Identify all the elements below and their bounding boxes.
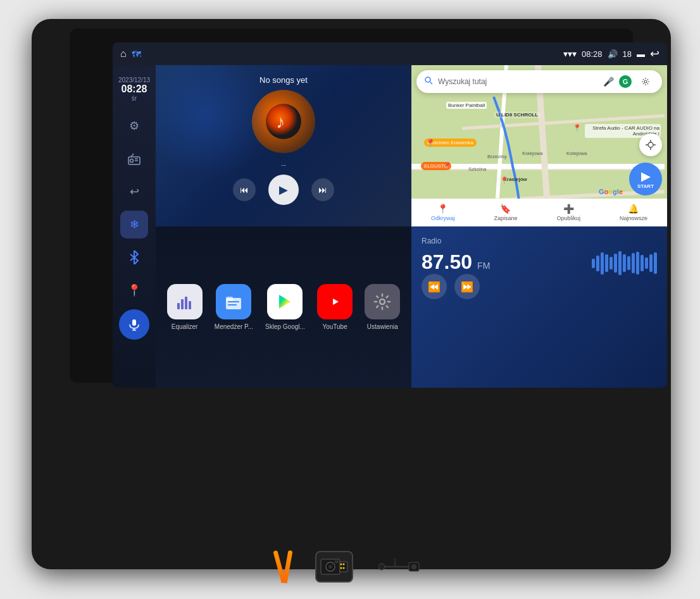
app-item-settings[interactable]: Ustawienia [365, 284, 400, 330]
home-icon[interactable]: ⌂ [120, 48, 127, 59]
svg-point-17 [425, 77, 430, 82]
zapisane-label: Zapisane [494, 215, 517, 221]
odkrywaj-icon: 📍 [437, 204, 448, 214]
svg-point-44 [343, 564, 345, 565]
svg-rect-5 [132, 319, 136, 326]
music-title: No songs yet [166, 75, 401, 85]
svg-rect-27 [185, 297, 187, 309]
svg-rect-30 [226, 298, 241, 309]
datetime-block: 2023/12/13 08:28 śr [116, 71, 153, 107]
equalizer-label: Equalizer [172, 323, 198, 330]
youtube-label: YouTube [322, 323, 347, 330]
radio-rewind-button[interactable]: ⏪ [422, 274, 447, 299]
sidebar-item-bluetooth[interactable] [120, 244, 148, 271]
next-button[interactable]: ⏭ [311, 178, 334, 201]
map-nav-odkrywaj[interactable]: 📍 Odkrywaj [431, 204, 455, 221]
opublikuj-icon: ➕ [563, 204, 574, 214]
date-display: 2023/12/13 [118, 77, 150, 83]
svg-point-40 [330, 566, 332, 568]
status-left: ⌂ 🗺 [120, 48, 141, 59]
map-start-label: START [637, 183, 654, 189]
map-pin-strefa: 📍 [573, 124, 582, 132]
wave-bar [618, 251, 622, 275]
cable-icon [378, 557, 423, 576]
wave-bar [592, 259, 595, 268]
wave-bar [627, 256, 630, 270]
map-nav-opublikuj[interactable]: ➕ Opublikuj [556, 204, 580, 221]
music-widget: No songs yet [156, 65, 411, 226]
sidebar-item-voice[interactable] [119, 309, 149, 340]
battery-icon: ▬ [637, 49, 645, 59]
wave-bar [636, 252, 639, 275]
odkrywaj-label: Odkrywaj [431, 215, 455, 221]
map-label-brzeziny: Brzeziny [487, 154, 507, 159]
car-frame: ⌂ 🗺 ▾▾▾ 08:28 🔊 18 ▬ ↩ 2023/12/13 08:28 [32, 19, 671, 569]
wifi-icon: ▾▾▾ [563, 49, 577, 59]
map-settings-button[interactable] [637, 73, 654, 90]
map-mic-icon[interactable]: 🎤 [603, 77, 614, 87]
app-item-youtube[interactable]: YouTube [317, 284, 353, 330]
svg-rect-31 [228, 301, 239, 302]
svg-marker-33 [279, 295, 291, 309]
svg-point-20 [648, 142, 653, 147]
map-location-button[interactable] [639, 133, 662, 156]
status-bar: ⌂ 🗺 ▾▾▾ 08:28 🔊 18 ▬ ↩ [113, 42, 667, 65]
map-search-bar[interactable]: Wyszukaj tutaj 🎤 G [416, 70, 662, 93]
svg-point-46 [343, 567, 345, 569]
map-pin-elgusto: 📍 [443, 162, 452, 170]
main-screen: ⌂ 🗺 ▾▾▾ 08:28 🔊 18 ▬ ↩ 2023/12/13 08:28 [113, 42, 667, 388]
svg-point-45 [341, 567, 342, 569]
svg-point-36 [380, 299, 385, 304]
map-bottom-nav: 📍 Odkrywaj 🔖 Zapisane ➕ Opublikuj 🔔 [411, 199, 667, 226]
wave-bar [614, 254, 617, 273]
radio-forward-button[interactable]: ⏩ [454, 274, 480, 299]
map-start-button[interactable]: ▶ START [629, 163, 662, 195]
sidebar-item-location[interactable]: 📍 [120, 276, 148, 304]
svg-rect-25 [177, 303, 180, 309]
map-pin-krasiejow: 📍 [500, 176, 509, 185]
wave-bar [645, 257, 648, 269]
svg-point-52 [393, 558, 397, 562]
zapisane-icon: 🔖 [500, 204, 511, 214]
radio-band: FM [477, 261, 490, 271]
sidebar-item-back[interactable]: ↩ [120, 178, 148, 206]
playstore-icon [267, 284, 303, 319]
map-label-lidii: U LIDII SCHROLL [494, 111, 541, 118]
map-label-kolejowa1: Kolejowa [522, 151, 542, 156]
wave-bar [654, 252, 657, 274]
accessories-row [277, 550, 423, 583]
map-nav-najnowsze[interactable]: 🔔 Najnowsze [620, 204, 647, 221]
map-content: Bunker Paintball U LIDII SCHROLL Gościni… [411, 96, 667, 199]
radio-label: Radio [422, 237, 657, 245]
app-item-files[interactable]: Menedżer P... [215, 284, 253, 330]
svg-text:♪: ♪ [276, 112, 285, 132]
radio-main-row: 87.50 FM ⏪ ⏩ [422, 250, 657, 299]
wave-bar [605, 254, 608, 272]
back-icon[interactable]: ↩ [650, 47, 659, 61]
map-nav-zapisane[interactable]: 🔖 Zapisane [494, 204, 517, 221]
wave-bar [596, 256, 599, 271]
sidebar-item-freeze[interactable]: ❄ [120, 211, 148, 238]
app-item-playstore[interactable]: Sklep Googl... [265, 284, 305, 330]
radio-widget: Radio 87.50 FM ⏪ ⏩ [411, 226, 667, 388]
maps-icon[interactable]: 🗺 [132, 49, 141, 59]
sidebar-item-radio[interactable] [120, 145, 148, 173]
status-time: 08:28 [582, 49, 603, 59]
volume-icon: 🔊 [608, 49, 618, 59]
car-bottom [57, 395, 646, 547]
prev-button[interactable]: ⏮ [233, 178, 256, 201]
svg-rect-28 [189, 301, 191, 309]
music-controls: ⏮ ▶ ⏭ [166, 175, 401, 205]
youtube-icon [317, 284, 353, 319]
map-search-icon [424, 76, 433, 87]
map-label-paintball: Bunker Paintball [446, 102, 487, 109]
sidebar-item-settings[interactable]: ⚙ [120, 112, 148, 140]
wave-bar [623, 254, 626, 272]
map-user-dot: G [619, 75, 632, 88]
files-label: Menedżer P... [215, 323, 253, 330]
cable-accessory [378, 557, 423, 576]
app-item-equalizer[interactable]: Equalizer [167, 284, 203, 330]
play-button[interactable]: ▶ [268, 175, 299, 205]
svg-rect-42 [340, 562, 347, 572]
wave-bar [632, 253, 635, 273]
